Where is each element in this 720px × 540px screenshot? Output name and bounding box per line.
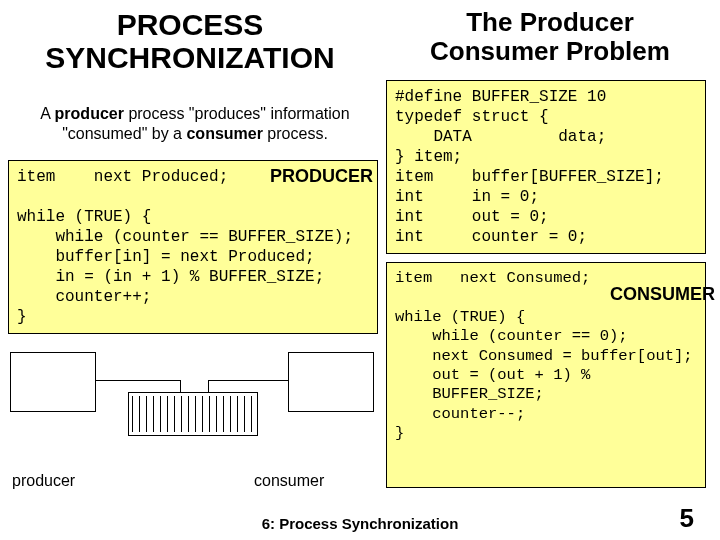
title-left-line1: PROCESS xyxy=(10,8,370,41)
desc-mid1: process "produces" information xyxy=(124,105,350,122)
connector-line xyxy=(180,380,181,392)
slide: PROCESS SYNCHRONIZATION The Producer Con… xyxy=(0,0,720,540)
desc-line2-post: process. xyxy=(263,125,328,142)
page-number: 5 xyxy=(680,503,694,534)
title-right-line2: Consumer Problem xyxy=(400,37,700,66)
description: A producer process "produces" informatio… xyxy=(20,104,370,144)
connector-line xyxy=(208,380,209,392)
buffer-stripes xyxy=(132,396,254,432)
producer-consumer-diagram: producer consumer xyxy=(8,350,378,498)
title-left-line2: SYNCHRONIZATION xyxy=(10,41,370,74)
consumer-label: consumer xyxy=(254,472,324,490)
producer-role-label: PRODUCER xyxy=(270,166,373,187)
producer-box xyxy=(10,352,96,412)
desc-bold2: consumer xyxy=(186,125,262,142)
definitions-code: #define BUFFER_SIZE 10 typedef struct { … xyxy=(386,80,706,254)
title-right-line1: The Producer xyxy=(400,8,700,37)
consumer-role-label: CONSUMER xyxy=(610,284,715,305)
desc-pre1: A xyxy=(40,105,54,122)
footer: 6: Process Synchronization xyxy=(0,515,720,532)
producer-label: producer xyxy=(12,472,75,490)
connector-line xyxy=(96,380,180,381)
desc-bold1: producer xyxy=(55,105,124,122)
title-left: PROCESS SYNCHRONIZATION xyxy=(10,8,370,74)
title-right: The Producer Consumer Problem xyxy=(400,8,700,65)
desc-line2-pre: "consumed" by a xyxy=(62,125,186,142)
buffer-box xyxy=(128,392,258,436)
connector-line xyxy=(208,380,288,381)
consumer-box xyxy=(288,352,374,412)
